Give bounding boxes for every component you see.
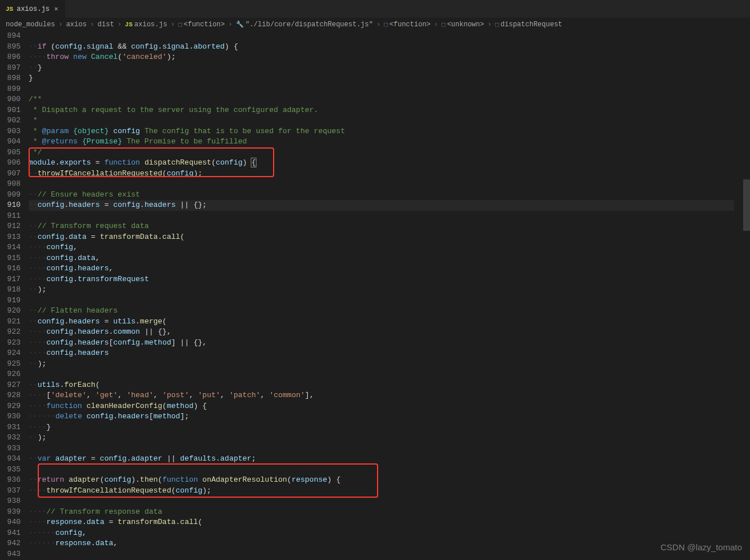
code-line[interactable]: ····config.headers: [29, 348, 750, 359]
breadcrumb-item[interactable]: node_modules: [6, 21, 55, 29]
chevron-right-icon: ›: [374, 21, 383, 29]
breadcrumb-item[interactable]: axios: [66, 21, 87, 29]
code-line[interactable]: module.exports = function dispatchReques…: [29, 158, 750, 169]
code-line[interactable]: ····config,: [29, 242, 750, 253]
code-line[interactable]: ··return adapter(config).then(function o…: [29, 475, 750, 486]
line-number: 906: [0, 158, 21, 169]
code-line[interactable]: ··if (config.signal && config.signal.abo…: [29, 42, 750, 53]
code-line[interactable]: [29, 496, 750, 507]
code-line[interactable]: ····config.headers,: [29, 263, 750, 274]
tab-bar: JS axios.js ✕: [0, 0, 750, 18]
code-line[interactable]: ··);: [29, 433, 750, 443]
code-line[interactable]: ····}: [29, 422, 750, 433]
line-number: 908: [0, 179, 21, 190]
code-line[interactable]: ··config.headers = config.headers || {};: [29, 200, 750, 211]
code-line[interactable]: [29, 84, 750, 95]
code-line[interactable]: [29, 211, 750, 222]
code-line[interactable]: * @returns {Promise} The Promise to be f…: [29, 137, 750, 147]
line-number: 921: [0, 317, 21, 327]
breadcrumb-label: dist: [98, 21, 114, 29]
watermark: CSDN @lazy_tomato: [660, 542, 742, 552]
line-number: 939: [0, 507, 21, 518]
code-line[interactable]: *: [29, 115, 750, 126]
code-line[interactable]: ····config.data,: [29, 253, 750, 264]
line-number: 927: [0, 380, 21, 391]
line-number: 912: [0, 221, 21, 232]
code-line[interactable]: ····throw new Cancel('canceled');: [29, 52, 750, 63]
breadcrumb-item[interactable]: dist: [98, 21, 114, 29]
breadcrumb-item[interactable]: ⬚dispatchRequest: [495, 21, 563, 29]
code-line[interactable]: ····['delete', 'get', 'head', 'post', 'p…: [29, 390, 750, 401]
code-line[interactable]: ··throwIfCancellationRequested(config);: [29, 169, 750, 179]
line-number: 935: [0, 465, 21, 475]
code-line[interactable]: ··config.data = transformData.call(: [29, 232, 750, 243]
code-line[interactable]: ······config,: [29, 528, 750, 539]
code-line[interactable]: ····response.data = transformData.call(: [29, 517, 750, 528]
breadcrumb-label: <function>: [390, 21, 431, 29]
breadcrumb-item[interactable]: ⬚<function>: [384, 21, 431, 29]
code-line[interactable]: ····// Transform response data: [29, 507, 750, 518]
line-number: 922: [0, 327, 21, 338]
tab-axios-js[interactable]: JS axios.js ✕: [0, 0, 65, 18]
code-line[interactable]: ··// Ensure headers exist: [29, 190, 750, 201]
line-number: 930: [0, 411, 21, 422]
line-number: 916: [0, 263, 21, 274]
line-number: 924: [0, 348, 21, 359]
code-line[interactable]: /**: [29, 94, 750, 105]
code-line[interactable]: ··utils.forEach(: [29, 380, 750, 391]
code-line[interactable]: [29, 31, 750, 42]
code-line[interactable]: ··var adapter = config.adapter || defaul…: [29, 454, 750, 465]
breadcrumb-label: axios.js: [134, 21, 167, 29]
code-line[interactable]: ··);: [29, 285, 750, 295]
line-number: 894: [0, 31, 21, 42]
code-line[interactable]: ····config.transformRequest: [29, 274, 750, 285]
line-number: 910: [0, 200, 21, 211]
code-line[interactable]: * @param {object} config The config that…: [29, 126, 750, 137]
line-number: 940: [0, 517, 21, 528]
line-number: 936: [0, 475, 21, 486]
line-number: 937: [0, 486, 21, 497]
code-line[interactable]: ····function cleanHeaderConfig(method) {: [29, 401, 750, 412]
code-line[interactable]: */: [29, 147, 750, 158]
code-line[interactable]: ··config.headers = utils.merge(: [29, 317, 750, 327]
code-line[interactable]: ······delete config.headers[method];: [29, 411, 750, 422]
chevron-right-icon: ›: [115, 21, 124, 29]
code-line[interactable]: ··// Flatten headers: [29, 306, 750, 317]
tab-filename: axios.js: [17, 5, 50, 13]
code-line[interactable]: ······response.data,: [29, 538, 750, 549]
code-line[interactable]: ····throwIfCancellationRequested(config)…: [29, 486, 750, 497]
code-line[interactable]: ··// Transform request data: [29, 221, 750, 232]
code-line[interactable]: }: [29, 73, 750, 84]
line-number: 932: [0, 433, 21, 443]
code-line[interactable]: ··);: [29, 359, 750, 370]
code-area[interactable]: ··if (config.signal && config.signal.abo…: [29, 31, 750, 559]
code-line[interactable]: ··}: [29, 63, 750, 74]
code-line[interactable]: ····config.headers.common || {},: [29, 327, 750, 338]
chevron-right-icon: ›: [88, 21, 97, 29]
minimap[interactable]: [734, 31, 750, 557]
close-icon[interactable]: ✕: [53, 5, 59, 13]
breadcrumb-item[interactable]: ⬚<unknown>: [442, 21, 484, 29]
code-line[interactable]: [29, 295, 750, 306]
breadcrumb-item[interactable]: 🔧"./lib/core/dispatchRequest.js": [236, 21, 373, 29]
breadcrumb-label: "./lib/core/dispatchRequest.js": [246, 21, 373, 29]
line-number: 903: [0, 126, 21, 137]
code-line[interactable]: [29, 549, 750, 560]
symbol-icon: ⬚: [178, 21, 184, 28]
line-number: 917: [0, 274, 21, 285]
breadcrumb-item[interactable]: ⬚<function>: [178, 21, 225, 29]
js-file-icon: JS: [125, 21, 134, 28]
code-line[interactable]: [29, 443, 750, 454]
code-editor[interactable]: 8948958968978988999009019029039049059069…: [0, 31, 750, 559]
code-line[interactable]: [29, 179, 750, 190]
code-line[interactable]: ····config.headers[config.method] || {},: [29, 338, 750, 349]
breadcrumb-label: <function>: [184, 21, 225, 29]
symbol-icon: ⬚: [495, 21, 501, 28]
scrollbar-thumb[interactable]: [743, 179, 750, 231]
line-number: 909: [0, 190, 21, 201]
code-line[interactable]: [29, 369, 750, 380]
breadcrumb-item[interactable]: JSaxios.js: [125, 21, 167, 29]
symbol-icon: ⬚: [384, 21, 390, 28]
code-line[interactable]: [29, 465, 750, 475]
code-line[interactable]: * Dispatch a request to the server using…: [29, 105, 750, 116]
